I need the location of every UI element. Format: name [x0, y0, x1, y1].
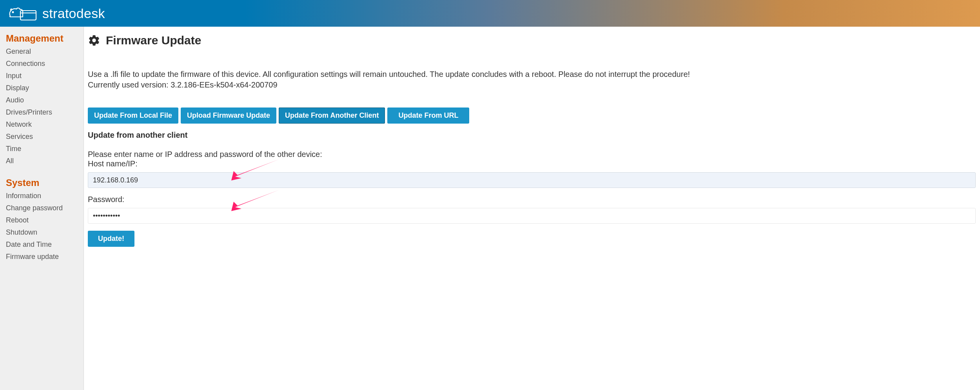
- sidebar-item-audio[interactable]: Audio: [0, 94, 83, 106]
- page-title: Firmware Update: [106, 34, 201, 47]
- tab-upload[interactable]: Upload Firmware Update: [181, 108, 276, 124]
- sidebar-item-connections[interactable]: Connections: [0, 58, 83, 70]
- page-title-row: Firmware Update: [88, 34, 980, 47]
- sidebar-item-change-password[interactable]: Change password: [0, 202, 83, 214]
- sidebar-item-general[interactable]: General: [0, 46, 83, 58]
- form-heading: Update from another client: [88, 131, 980, 140]
- sidebar-item-date-time[interactable]: Date and Time: [0, 239, 83, 251]
- page-description: Use a .lfi file to update the firmware o…: [88, 69, 980, 90]
- sidebar-item-all[interactable]: All: [0, 155, 83, 167]
- host-label: Host name/IP:: [88, 159, 980, 168]
- sidebar-item-time[interactable]: Time: [0, 143, 83, 155]
- sidebar-item-shutdown[interactable]: Shutdown: [0, 226, 83, 239]
- sidebar-item-display[interactable]: Display: [0, 82, 83, 94]
- sidebar-section-management: Management: [0, 31, 83, 46]
- sidebar-item-firmware-update[interactable]: Firmware update: [0, 251, 83, 263]
- sidebar-item-reboot[interactable]: Reboot: [0, 214, 83, 226]
- brand-logo: stratodesk: [7, 4, 105, 22]
- main-content: Firmware Update Use a .lfi file to updat…: [84, 27, 980, 390]
- app-header: stratodesk: [0, 0, 980, 27]
- sidebar-item-input[interactable]: Input: [0, 70, 83, 82]
- sidebar-section-system: System: [0, 176, 83, 190]
- tab-url[interactable]: Update From URL: [387, 108, 469, 124]
- submit-button[interactable]: Update!: [88, 231, 134, 247]
- desc-line2: Currently used version: 3.2.186-EEs-k504…: [88, 80, 278, 89]
- desc-line1: Use a .lfi file to update the firmware o…: [88, 70, 690, 78]
- sidebar-item-information[interactable]: Information: [0, 190, 83, 202]
- tab-row: Update From Local File Upload Firmware U…: [88, 108, 980, 124]
- password-label: Password:: [88, 195, 980, 204]
- tab-local-file[interactable]: Update From Local File: [88, 108, 178, 124]
- gear-icon: [88, 34, 100, 47]
- form-instruction: Please enter name or IP address and pass…: [88, 149, 980, 159]
- tab-another-client[interactable]: Update From Another Client: [279, 108, 385, 124]
- svg-point-0: [13, 12, 14, 13]
- sidebar-item-drives-printers[interactable]: Drives/Printers: [0, 106, 83, 118]
- sidebar-item-services[interactable]: Services: [0, 131, 83, 143]
- password-input[interactable]: [88, 208, 976, 224]
- bear-logo-icon: [7, 4, 38, 22]
- host-input[interactable]: [88, 172, 976, 188]
- sidebar-item-network[interactable]: Network: [0, 118, 83, 131]
- sidebar: Management General Connections Input Dis…: [0, 27, 84, 390]
- brand-name: stratodesk: [42, 6, 105, 21]
